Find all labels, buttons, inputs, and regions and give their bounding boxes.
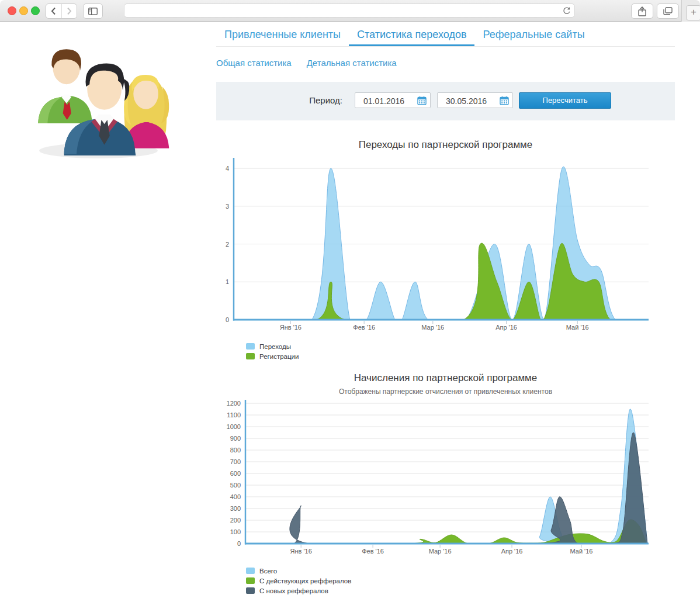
- legend-swatch-icon: [246, 343, 255, 350]
- address-bar[interactable]: [124, 4, 575, 18]
- nav-buttons: [46, 4, 77, 19]
- svg-text:200: 200: [230, 517, 241, 524]
- svg-text:Апр '16: Апр '16: [495, 324, 517, 331]
- chart1-title: Переходы по партнерской программе: [216, 139, 675, 151]
- svg-text:300: 300: [230, 505, 241, 512]
- address-input[interactable]: [129, 5, 552, 18]
- main-tabs: Привлеченные клиентыСтатистика переходов…: [216, 23, 675, 47]
- date-from-field[interactable]: [355, 92, 431, 108]
- svg-text:3: 3: [226, 203, 229, 210]
- legend-label: Регистрации: [259, 353, 299, 360]
- back-button[interactable]: [46, 4, 62, 18]
- svg-text:400: 400: [230, 493, 241, 500]
- svg-text:Мар '16: Мар '16: [429, 548, 452, 555]
- recalculate-button[interactable]: Пересчитать: [519, 92, 611, 109]
- svg-text:1: 1: [226, 278, 229, 285]
- svg-text:700: 700: [230, 458, 241, 465]
- close-icon[interactable]: [8, 6, 16, 15]
- svg-text:4: 4: [226, 165, 229, 172]
- sidebar-toggle-button[interactable]: [83, 4, 103, 19]
- svg-text:800: 800: [230, 447, 241, 454]
- svg-text:1200: 1200: [227, 400, 241, 407]
- date-to-input[interactable]: [438, 93, 503, 109]
- reload-icon[interactable]: [562, 6, 571, 15]
- sub-tabs: Общая статистикаДетальная статистика: [216, 58, 412, 71]
- svg-text:0: 0: [237, 540, 241, 547]
- period-label: Период:: [275, 95, 342, 105]
- chart2-legend: ВсегоС действующих реффераловС новых реф…: [246, 566, 351, 595]
- legend-label: С действующих реффералов: [259, 577, 351, 584]
- chart2-title: Начисления по партнерской программе: [216, 372, 675, 384]
- legend-label: С новых реффералов: [259, 587, 328, 594]
- browser-window: +: [0, 0, 700, 595]
- browser-toolbar: +: [0, 0, 700, 22]
- tabs-overview-button[interactable]: [657, 4, 679, 19]
- zoom-icon[interactable]: [31, 6, 40, 15]
- svg-text:600: 600: [230, 470, 241, 477]
- svg-text:Май '16: Май '16: [570, 548, 593, 555]
- svg-text:Янв '16: Янв '16: [290, 548, 312, 555]
- subtab-0[interactable]: Общая статистика: [216, 58, 292, 68]
- share-button[interactable]: [631, 4, 653, 19]
- legend-item[interactable]: Переходы: [246, 341, 299, 351]
- svg-text:Май '16: Май '16: [566, 324, 589, 331]
- svg-text:0: 0: [226, 316, 229, 323]
- svg-text:Апр '16: Апр '16: [501, 548, 523, 555]
- page-content: Привлеченные клиентыСтатистика переходов…: [0, 22, 700, 595]
- calendar-icon[interactable]: [500, 96, 509, 105]
- svg-text:Фев '16: Фев '16: [353, 324, 375, 331]
- legend-item[interactable]: С действующих реффералов: [246, 576, 351, 586]
- legend-swatch-icon: [246, 353, 255, 359]
- svg-text:2: 2: [226, 241, 229, 248]
- subtab-1[interactable]: Детальная статистика: [307, 58, 397, 68]
- period-filter-bar: Период:: [216, 82, 675, 120]
- svg-text:1100: 1100: [227, 411, 241, 418]
- back-chevron-icon: [51, 7, 56, 15]
- legend-item[interactable]: Регистрации: [246, 351, 299, 361]
- legend-swatch-icon: [246, 577, 255, 584]
- calendar-icon[interactable]: [417, 96, 427, 105]
- forward-button[interactable]: [62, 4, 77, 18]
- svg-text:Фев '16: Фев '16: [362, 548, 384, 555]
- people-illustration: [28, 34, 171, 160]
- chart2-subtitle: Отображены партнерские отчисления от при…: [216, 388, 675, 396]
- tabs-overview-icon: [663, 7, 673, 15]
- minimize-icon[interactable]: [19, 6, 28, 15]
- forward-chevron-icon: [67, 7, 72, 15]
- svg-text:Мар '16: Мар '16: [421, 324, 444, 331]
- legend-label: Всего: [259, 568, 277, 575]
- chart1-legend: ПереходыРегистрации: [246, 341, 299, 361]
- legend-swatch-icon: [246, 568, 255, 574]
- date-from-input[interactable]: [355, 93, 421, 109]
- avatar-man-green: [38, 49, 92, 123]
- tab-2[interactable]: Реферальные сайты: [474, 23, 592, 46]
- svg-text:900: 900: [230, 435, 241, 442]
- chart-accruals: 0100200300400500600700800900100011001200…: [216, 397, 677, 564]
- sidebar-icon: [88, 8, 98, 15]
- svg-text:100: 100: [230, 528, 241, 535]
- legend-item[interactable]: С новых реффералов: [246, 586, 351, 595]
- svg-text:1000: 1000: [227, 423, 241, 430]
- date-to-field[interactable]: [437, 92, 513, 108]
- share-icon: [638, 6, 646, 16]
- tab-1[interactable]: Статистика переходов: [349, 23, 474, 46]
- tab-0[interactable]: Привлеченные клиенты: [216, 23, 349, 46]
- chart-transitions: 01234Янв '16Фев '16Мар '16Апр '16Май '16: [216, 151, 677, 337]
- legend-label: Переходы: [259, 343, 291, 350]
- legend-swatch-icon: [246, 587, 255, 594]
- svg-text:Янв '16: Янв '16: [280, 324, 302, 331]
- new-tab-button[interactable]: +: [686, 5, 700, 20]
- legend-item[interactable]: Всего: [246, 566, 351, 576]
- svg-text:500: 500: [230, 482, 241, 489]
